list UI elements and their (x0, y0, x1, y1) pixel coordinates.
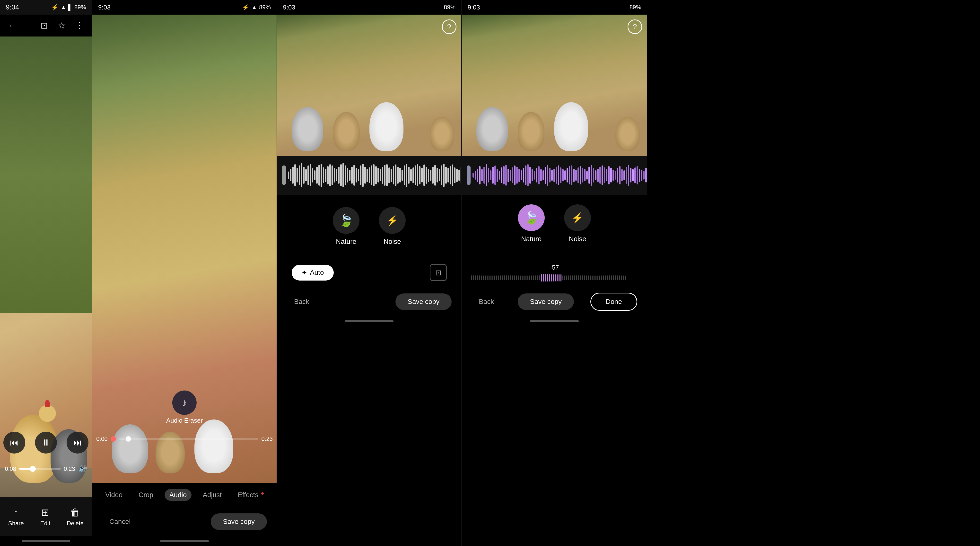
back-button-3[interactable]: Back (287, 295, 317, 308)
slider-tick (506, 275, 507, 280)
tab-audio[interactable]: Audio (165, 489, 192, 501)
wifi-icon: ▲ (60, 4, 66, 11)
noise-option-noise-3[interactable]: ⚡ Noise (379, 207, 406, 246)
slider-section: -57 (function() { // ~60 ticks, with one… (462, 258, 647, 287)
slider-tick (483, 275, 484, 280)
volume-icon[interactable]: 🔊 (78, 465, 87, 473)
slider-tick (481, 275, 482, 280)
noise-option-nature-4[interactable]: 🍃 Nature (518, 204, 545, 243)
chicken-p3-2 (333, 112, 360, 151)
cast-button[interactable]: ⊡ (37, 19, 51, 32)
slider-tick (543, 274, 544, 281)
home-line-1 (22, 540, 70, 542)
waveform-bars-4: (function() { const heights = [20,35,55,… (473, 161, 647, 190)
slider-tick (541, 274, 542, 281)
save-copy-button-2[interactable]: Save copy (211, 513, 267, 530)
slider-tick (586, 275, 587, 280)
slider-tick (611, 275, 612, 280)
nature-icon-3[interactable]: 🍃 (333, 207, 360, 234)
slider-tick (495, 275, 495, 280)
slider-tick (512, 275, 513, 280)
noise-label-4: Noise (569, 235, 586, 243)
edit-button[interactable]: ⊞ Edit (40, 507, 50, 527)
chicken-head (39, 405, 56, 422)
panel-noise-applied: 9:03 89% ? (function() { const heights =… (462, 0, 647, 546)
help-icon-4[interactable]: ? (628, 19, 642, 34)
status-time-2: 9:03 (98, 4, 111, 11)
slider-tick (523, 275, 525, 280)
slider-tick (473, 275, 474, 280)
noise-icon-4[interactable]: ⚡ (564, 204, 591, 231)
timeline-track[interactable] (119, 438, 259, 440)
delete-label: Delete (67, 520, 84, 527)
slider-tick (533, 275, 534, 280)
bluetooth-icon: ⚡ (51, 4, 59, 11)
slider-tick-area: (function() { // ~60 ticks, with one act… (471, 274, 638, 281)
forward-button[interactable]: ⏭ (67, 432, 89, 453)
slider-tick (545, 274, 546, 281)
noise-options-3: 🍃 Nature ⚡ Noise (277, 195, 461, 258)
progress-track[interactable] (19, 468, 61, 469)
slider-tick (590, 275, 590, 280)
chicken-p4-2 (518, 112, 544, 151)
status-bar-1: 9:04 ⚡ ▲ ▌ 89% (0, 0, 92, 14)
slider-tick (597, 275, 598, 280)
slider-tick (475, 275, 476, 280)
wave-handle-4[interactable] (467, 166, 471, 185)
cancel-button-2[interactable]: Cancel (102, 515, 138, 528)
tab-effects[interactable]: Effects (233, 489, 269, 501)
chicken-comb (45, 400, 50, 407)
rewind-button[interactable]: ⏮ (3, 432, 25, 453)
nature-icon-4[interactable]: 🍃 (518, 204, 545, 231)
slider-tick (477, 275, 478, 280)
delete-button[interactable]: 🗑 Delete (67, 507, 84, 527)
slider-tick (566, 275, 567, 280)
screenshot-icon-3[interactable]: ⊡ (430, 264, 447, 281)
battery-3: 89% (444, 4, 455, 11)
progress-thumb[interactable] (30, 466, 36, 472)
timeline-thumb[interactable] (126, 436, 131, 442)
slider-tick (553, 274, 554, 281)
audio-eraser-icon[interactable]: ♪ (172, 391, 197, 415)
slider-tick (576, 275, 577, 280)
video-area-4: ? (462, 14, 647, 156)
waveform-bars-3: (function() { const heights = [30,50,70,… (288, 161, 461, 190)
audio-eraser-label: Audio Eraser (166, 417, 203, 424)
slider-tick (625, 275, 625, 280)
save-copy-button-4[interactable]: Save copy (518, 294, 574, 310)
star-button[interactable]: ☆ (55, 19, 68, 32)
status-bar-2: 9:03 ⚡ ▲ 89% (92, 0, 277, 14)
back-button-4[interactable]: Back (471, 295, 501, 308)
slider-tick (518, 275, 519, 280)
back-button[interactable]: ← (6, 19, 19, 32)
delete-icon: 🗑 (70, 507, 80, 518)
noise-icon-3[interactable]: ⚡ (379, 207, 406, 234)
more-options-button[interactable]: ⋮ (72, 19, 86, 32)
noise-option-nature-3[interactable]: 🍃 Nature (333, 207, 360, 246)
home-line-3 (345, 320, 393, 322)
battery-2: 89% (259, 4, 271, 11)
timeline-2: 0:00 0:23 (92, 432, 277, 446)
save-copy-button-3[interactable]: Save copy (395, 294, 452, 310)
noise-option-noise-4[interactable]: ⚡ Noise (564, 204, 591, 243)
done-button[interactable]: Done (590, 293, 637, 311)
slider-tick (570, 275, 571, 280)
slider-tick (613, 275, 614, 280)
help-icon-3[interactable]: ? (442, 19, 457, 34)
auto-button[interactable]: ✦ Auto (292, 265, 334, 281)
slider-tick (592, 275, 593, 280)
slider-value: -57 (550, 264, 559, 271)
pause-button[interactable]: ⏸ (35, 432, 57, 453)
slider-tick (557, 274, 558, 281)
slider-tick (599, 275, 600, 280)
tab-crop[interactable]: Crop (134, 489, 158, 501)
noise-label-3: Noise (383, 238, 401, 246)
share-button[interactable]: ↑ Share (8, 507, 24, 527)
tab-video[interactable]: Video (100, 489, 127, 501)
slider-tick (555, 274, 555, 281)
video-area-2: ♪ Audio Eraser 0:00 0:23 (92, 14, 277, 483)
wave-handle-3[interactable] (282, 166, 286, 185)
tab-adjust[interactable]: Adjust (198, 489, 226, 501)
home-indicator-1 (0, 536, 92, 546)
nature-label-3: Nature (336, 238, 356, 246)
